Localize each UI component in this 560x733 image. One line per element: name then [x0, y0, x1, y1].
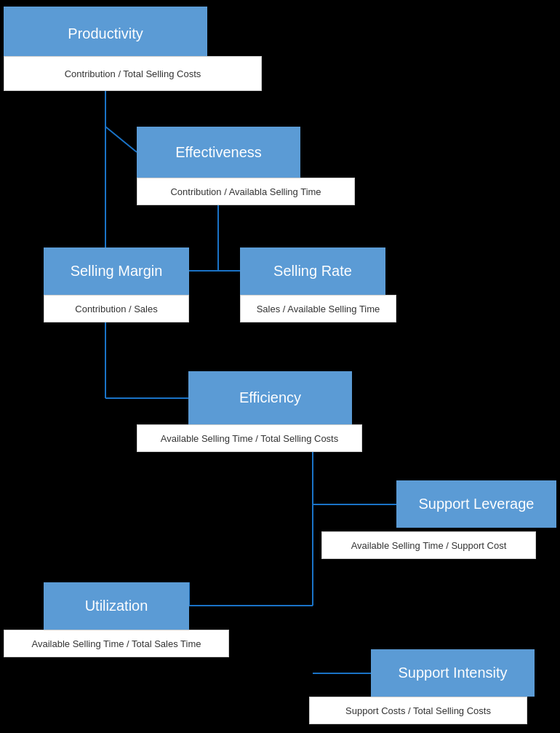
utilization-formula: Available Selling Time / Total Sales Tim… [4, 630, 229, 657]
support-leverage-formula: Available Selling Time / Support Cost [321, 531, 536, 559]
selling-rate-formula: Sales / Available Selling Time [240, 295, 396, 322]
productivity-label: Productivity [68, 25, 143, 42]
support-intensity-node: Support Intensity [371, 649, 535, 697]
productivity-formula: Contribution / Total Selling Costs [4, 56, 262, 91]
selling-margin-formula: Contribution / Sales [44, 295, 189, 322]
utilization-label: Utilization [85, 598, 148, 614]
efficiency-formula: Available Selling Time / Total Selling C… [137, 424, 362, 452]
efficiency-formula-text: Available Selling Time / Total Selling C… [161, 433, 338, 444]
support-intensity-formula-text: Support Costs / Total Selling Costs [345, 705, 491, 716]
support-intensity-formula: Support Costs / Total Selling Costs [309, 697, 527, 724]
effectiveness-node: Effectiveness [137, 127, 300, 178]
selling-margin-formula-text: Contribution / Sales [75, 304, 157, 314]
selling-rate-formula-text: Sales / Available Selling Time [257, 304, 380, 314]
effectiveness-formula: Contribution / Availabla Selling Time [137, 178, 355, 205]
svg-line-2 [105, 127, 137, 152]
selling-rate-node: Selling Rate [240, 247, 385, 295]
productivity-node: Productivity [4, 7, 207, 61]
utilization-node: Utilization [44, 582, 189, 630]
selling-rate-label: Selling Rate [273, 263, 352, 280]
selling-margin-node: Selling Margin [44, 247, 189, 295]
support-leverage-formula-text: Available Selling Time / Support Cost [351, 540, 507, 551]
effectiveness-formula-text: Contribution / Availabla Selling Time [170, 186, 321, 197]
effectiveness-label: Effectiveness [175, 144, 262, 161]
support-leverage-label: Support Leverage [418, 496, 534, 512]
support-intensity-label: Support Intensity [398, 665, 507, 681]
efficiency-node: Efficiency [188, 371, 352, 424]
efficiency-label: Efficiency [239, 389, 301, 406]
selling-margin-label: Selling Margin [71, 263, 163, 280]
productivity-formula-text: Contribution / Total Selling Costs [65, 68, 201, 79]
utilization-formula-text: Available Selling Time / Total Sales Tim… [32, 638, 201, 649]
support-leverage-node: Support Leverage [396, 480, 556, 528]
